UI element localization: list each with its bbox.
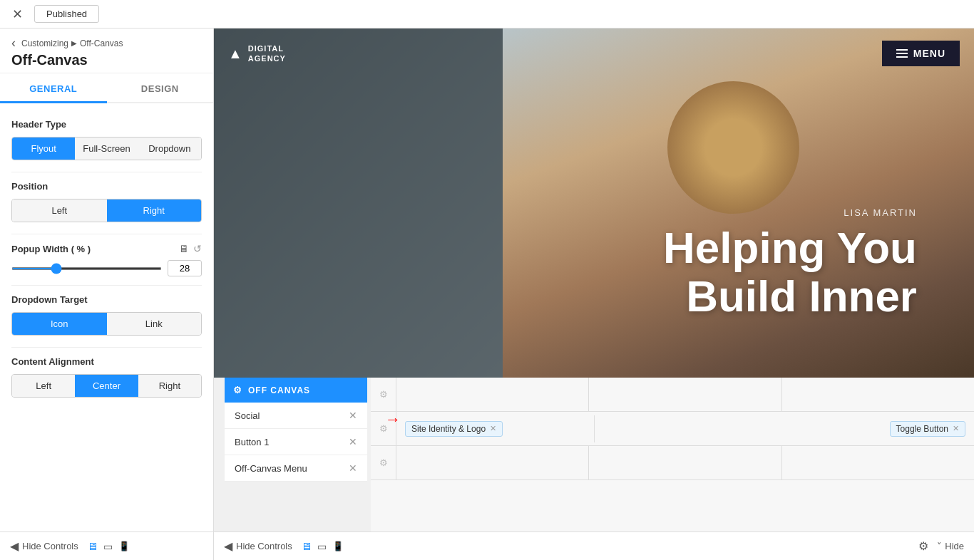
- off-canvas-item-menu: Off-Canvas Menu ✕: [225, 455, 367, 482]
- toggle-button-remove[interactable]: ✕: [953, 424, 959, 433]
- off-canvas-social-remove[interactable]: ✕: [349, 410, 357, 421]
- phone-device-icon[interactable]: 📱: [118, 541, 130, 551]
- header-type-group: Flyout Full-Screen Dropdown: [11, 137, 202, 160]
- menu-line-3: [896, 56, 908, 58]
- main-layout: ‹ Customizing ▶ Off-Canvas Off-Canvas GE…: [0, 28, 974, 560]
- close-button[interactable]: ✕: [7, 4, 27, 24]
- refresh-icon[interactable]: ↺: [193, 243, 202, 254]
- device-icons-bottom: 🖥 ▭ 📱: [301, 540, 344, 552]
- sidebar-bottom-bar: ◀ Hide Controls 🖥 ▭ 📱: [0, 532, 213, 560]
- face-shape: [667, 81, 799, 214]
- tab-design[interactable]: DESIGN: [107, 76, 214, 103]
- hide-button[interactable]: ˅ Hide: [937, 541, 964, 551]
- tablet-icon-bottom[interactable]: ▭: [317, 541, 327, 552]
- builder-row-2-col3: Toggle Button ✕: [776, 415, 974, 442]
- hero-name: LISA MARTIN: [663, 207, 917, 218]
- off-canvas-gear-icon[interactable]: ⚙: [233, 385, 242, 395]
- builder-row-3-col1: [396, 446, 589, 479]
- divider-2: [11, 234, 202, 234]
- off-canvas-item-social: Social ✕: [225, 403, 367, 429]
- off-canvas-menu-remove[interactable]: ✕: [349, 462, 357, 474]
- site-identity-label: Site Identity & Logo: [411, 424, 486, 434]
- breadcrumb-page: Off-Canvas: [80, 38, 123, 48]
- tab-general[interactable]: GENERAL: [0, 76, 107, 103]
- divider-1: [11, 172, 202, 172]
- sidebar: ‹ Customizing ▶ Off-Canvas Off-Canvas GE…: [0, 28, 214, 560]
- builder-row-3: ⚙: [371, 446, 974, 480]
- hero-area: ▲ DIGITAL AGENCY MENU LISA: [214, 28, 974, 378]
- btn-icon[interactable]: Icon: [12, 313, 107, 335]
- hide-controls-bottom-button[interactable]: ◀ Hide Controls: [224, 539, 292, 553]
- hero-person: [503, 28, 974, 378]
- breadcrumb-customizing: Customizing: [21, 38, 68, 48]
- hero-heading: Helping You Build Inner: [663, 224, 917, 321]
- builder-area: ⚙ ⚙ Site Identity & Logo ✕ Toggle Butto: [371, 378, 974, 532]
- btn-align-left[interactable]: Left: [12, 375, 75, 397]
- preview-nav: ▲ DIGITAL AGENCY MENU: [214, 28, 974, 78]
- off-canvas-title: OFF CANVAS: [248, 385, 310, 395]
- toggle-button-tag: Toggle Button ✕: [890, 421, 965, 437]
- builder-row-3-col3: [782, 446, 974, 479]
- btn-position-left[interactable]: Left: [12, 199, 107, 222]
- btn-fullscreen[interactable]: Full-Screen: [75, 138, 138, 160]
- off-canvas-button1-remove[interactable]: ✕: [349, 436, 357, 447]
- slider-row: 28: [11, 260, 202, 276]
- slider-icons: 🖥 ↺: [179, 243, 202, 254]
- hide-controls-label: Hide Controls: [22, 541, 78, 551]
- chevron-down-icon: ˅: [937, 541, 942, 551]
- published-button[interactable]: Published: [34, 5, 99, 23]
- logo-icon: ▲: [228, 46, 242, 62]
- settings-gear-button[interactable]: ⚙: [918, 539, 928, 553]
- breadcrumb: Customizing ▶ Off-Canvas: [21, 38, 123, 48]
- phone-icon-bottom[interactable]: 📱: [332, 541, 344, 551]
- off-canvas-header: ⚙ OFF CANVAS: [225, 378, 367, 403]
- off-canvas-menu-label: Off-Canvas Menu: [235, 463, 307, 474]
- hide-controls-button[interactable]: ◀ Hide Controls: [10, 539, 78, 553]
- monitor-device-icon[interactable]: 🖥: [87, 540, 98, 552]
- popup-width-slider[interactable]: [11, 267, 162, 270]
- builder-row-2: ⚙ Site Identity & Logo ✕ Toggle Button ✕: [371, 412, 974, 446]
- site-identity-tag: Site Identity & Logo ✕: [405, 421, 503, 437]
- builder-row-1-col3: [782, 378, 974, 411]
- sidebar-header: ‹ Customizing ▶ Off-Canvas Off-Canvas: [0, 28, 213, 73]
- btn-link[interactable]: Link: [107, 313, 202, 335]
- popup-width-value[interactable]: 28: [168, 260, 202, 276]
- site-identity-remove[interactable]: ✕: [490, 424, 496, 433]
- divider-4: [11, 347, 202, 348]
- dropdown-target-label: Dropdown Target: [11, 294, 202, 305]
- hide-controls-bottom-label: Hide Controls: [236, 541, 292, 551]
- tabs: GENERAL DESIGN: [0, 76, 213, 103]
- sidebar-content: Header Type Flyout Full-Screen Dropdown …: [0, 103, 213, 532]
- preview-area: ▲ DIGITAL AGENCY MENU LISA: [214, 28, 974, 560]
- btn-flyout[interactable]: Flyout: [12, 138, 75, 160]
- btn-align-right[interactable]: Right: [138, 375, 201, 397]
- builder-row-3-gear[interactable]: ⚙: [371, 446, 396, 479]
- off-canvas-button1-label: Button 1: [235, 437, 269, 447]
- monitor-icon-bottom[interactable]: 🖥: [301, 540, 312, 552]
- top-bar: ✕ Published: [0, 0, 974, 28]
- btn-dropdown[interactable]: Dropdown: [138, 138, 201, 160]
- content-alignment-label: Content Alignment: [11, 356, 202, 367]
- popup-width-label: Popup Width ( % ): [11, 244, 91, 254]
- divider-3: [11, 285, 202, 286]
- builder-row-1: ⚙: [371, 378, 974, 412]
- sidebar-title: Off-Canvas: [11, 52, 202, 68]
- tablet-device-icon[interactable]: ▭: [103, 541, 113, 552]
- hero-text: LISA MARTIN Helping You Build Inner: [663, 207, 917, 321]
- builder-row-1-gear[interactable]: ⚙: [371, 378, 396, 411]
- arrow-left-icon: ◀: [10, 539, 19, 553]
- off-canvas-social-label: Social: [235, 410, 260, 421]
- arrow-left-icon-bottom: ◀: [224, 539, 232, 553]
- logo-text: DIGITAL AGENCY: [248, 43, 286, 64]
- btn-position-right[interactable]: Right: [107, 199, 202, 222]
- toggle-button-label: Toggle Button: [896, 424, 948, 434]
- builder-row-1-col1: [396, 378, 589, 411]
- position-group: Left Right: [11, 199, 202, 222]
- menu-button[interactable]: MENU: [882, 41, 960, 66]
- back-button[interactable]: ‹: [11, 36, 16, 51]
- btn-align-center[interactable]: Center: [75, 375, 138, 397]
- off-canvas-panel: ⚙ OFF CANVAS Social ✕ Button 1 ✕ Off-Can…: [225, 378, 367, 482]
- builder-row-2-col1: Site Identity & Logo ✕: [396, 415, 595, 442]
- red-arrow-annotation: →: [385, 412, 401, 427]
- builder-row-1-col2: [589, 378, 781, 411]
